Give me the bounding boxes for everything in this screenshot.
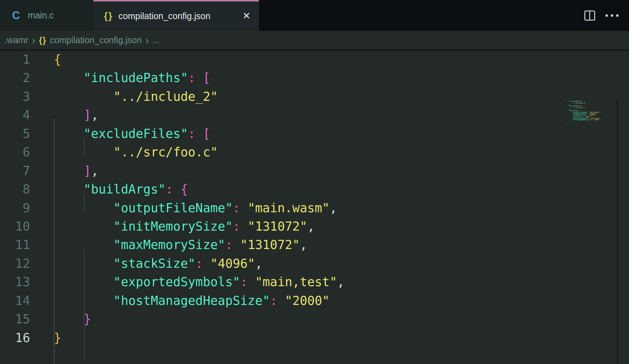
code-token: "main,test" [255, 275, 337, 289]
code-line-content: "../include_2" [30, 87, 218, 106]
breadcrumb-folder[interactable]: .wamr [4, 35, 28, 45]
line-number[interactable]: 1 [0, 50, 30, 69]
line-number[interactable]: 5 [0, 125, 30, 143]
code-token [240, 201, 248, 215]
line-number[interactable]: 14 [0, 291, 30, 310]
code-line[interactable]: 14 "hostManagedHeapSize": "2000" [0, 291, 629, 310]
code-token [54, 294, 114, 308]
code-token: : [233, 201, 240, 215]
code-line[interactable]: 15 } [0, 310, 629, 328]
code-token: "exportedSymbols" [114, 275, 240, 289]
editor-pane[interactable]: 1{2 "includePaths": [3 "../include_2"4 ]… [0, 50, 629, 364]
code-token: , [307, 219, 314, 233]
code-line[interactable]: 4 ], [0, 106, 629, 124]
code-token: , [337, 275, 345, 289]
code-token: : [195, 256, 203, 271]
code-token [54, 108, 83, 122]
code-token: , [596, 114, 597, 116]
code-token: [ [203, 127, 210, 141]
code-line-content: "includePaths": [ [30, 69, 210, 87]
line-number[interactable]: 15 [0, 310, 30, 328]
code-token [248, 275, 255, 289]
code-token [54, 164, 83, 178]
code-line-content: { [30, 50, 61, 69]
code-token [240, 219, 248, 233]
line-number[interactable]: 3 [0, 87, 30, 106]
code-line-content: "exportedSymbols": "main,test", [30, 273, 345, 291]
code-line[interactable]: 13 "exportedSymbols": "main,test", [0, 273, 629, 291]
code-line[interactable]: 5 "excludeFiles": [ [0, 125, 629, 143]
code-token [54, 201, 114, 215]
close-tab-icon[interactable]: ✕ [242, 11, 250, 21]
code-token: "includePaths" [83, 71, 188, 85]
code-line-content: "../src/foo.c" [30, 143, 218, 161]
c-language-icon: C [12, 9, 20, 22]
code-token [54, 238, 114, 252]
minimap[interactable]: { "includePaths": [ "../include_2" ], "e… [565, 99, 616, 127]
code-token: "outputFileName" [114, 201, 233, 215]
code-token: "2000" [285, 294, 329, 308]
code-line[interactable]: 3 "../include_2" [0, 87, 629, 106]
code-token: } [54, 331, 61, 345]
code-token [195, 127, 203, 141]
line-number[interactable]: 4 [0, 106, 30, 124]
more-actions-button[interactable] [605, 13, 619, 18]
tab-compilation-config-json[interactable]: {} compilation_config.json ✕ [93, 0, 259, 31]
code-line[interactable]: 2 "includePaths": [ [0, 69, 629, 87]
code-line[interactable]: 12 "stackSize": "4096", [0, 254, 629, 273]
line-number[interactable]: 2 [0, 69, 30, 87]
code-token: : [233, 219, 240, 233]
code-line-content: "initMemorySize": "131072", [30, 217, 315, 236]
code-token: } [569, 121, 570, 122]
breadcrumb-file[interactable]: compilation_config.json [50, 35, 142, 45]
breadcrumb-symbol-ellipsis[interactable]: ... [152, 35, 160, 45]
editor-actions [584, 0, 619, 31]
code-token [54, 89, 114, 104]
code-line[interactable]: 11 "maxMemorySize": "131072", [0, 236, 629, 254]
code-token: "stackSize" [114, 256, 196, 271]
code-token: "2000" [594, 119, 600, 121]
code-line-content: "maxMemorySize": "131072", [30, 236, 307, 254]
tab-bar: C main.c {} compilation_config.json ✕ [0, 0, 629, 31]
code-token: { [54, 52, 61, 67]
code-token [54, 275, 114, 289]
line-number[interactable]: 6 [0, 143, 30, 161]
minimap-line: } [565, 122, 616, 124]
code-token: : [225, 238, 233, 252]
code-token: , [255, 256, 262, 271]
code-line-content: ], [30, 106, 98, 124]
code-line[interactable]: 9 "outputFileName": "main.wasm", [0, 199, 629, 217]
code-token [54, 127, 83, 141]
code-line-content: "outputFileName": "main.wasm", [30, 199, 337, 217]
tab-label: compilation_config.json [119, 11, 210, 21]
line-number[interactable]: 12 [0, 254, 30, 273]
line-number[interactable]: 16 [0, 329, 30, 347]
tab-main-c[interactable]: C main.c [0, 0, 93, 31]
code-line[interactable]: 1{ [0, 50, 629, 69]
code-line[interactable]: 10 "initMemorySize": "131072", [0, 217, 629, 236]
split-editor-button[interactable] [584, 10, 596, 22]
code-token [233, 238, 240, 252]
line-number[interactable]: 10 [0, 217, 30, 236]
breadcrumb: .wamr › {} compilation_config.json › ... [0, 31, 629, 50]
line-number[interactable]: 9 [0, 199, 30, 217]
line-number[interactable]: 11 [0, 236, 30, 254]
line-number[interactable]: 13 [0, 273, 30, 291]
line-number[interactable]: 8 [0, 180, 30, 198]
overview-ruler-border [617, 99, 618, 364]
code-token [277, 294, 285, 308]
code-line[interactable]: 8 "buildArgs": { [0, 180, 629, 198]
code-token: "maxMemorySize" [114, 238, 225, 252]
code-token: : [166, 182, 173, 196]
code-token: } [83, 312, 91, 326]
json-braces-icon: {} [39, 35, 46, 45]
code-line[interactable]: 16} [0, 329, 629, 347]
code-line[interactable]: 7 ], [0, 162, 629, 180]
code-token: : [270, 294, 277, 308]
code-line[interactable]: 6 "../src/foo.c" [0, 143, 629, 161]
code-line-content: ], [30, 162, 98, 180]
code-token: "../include_2" [572, 102, 585, 104]
code-line-content: "hostManagedHeapSize": "2000" [30, 291, 330, 310]
line-number[interactable]: 7 [0, 162, 30, 180]
tab-label: main.c [28, 10, 54, 21]
